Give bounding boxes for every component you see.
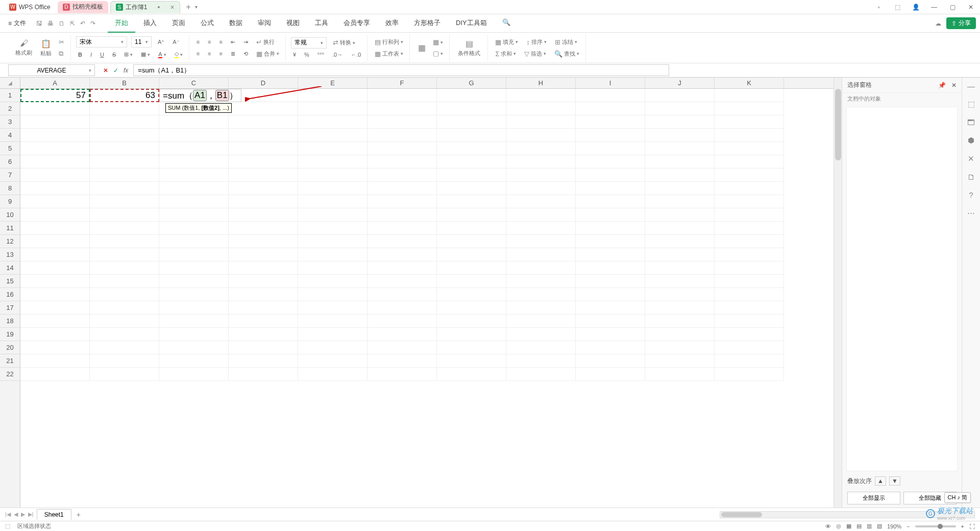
- view-normal-button[interactable]: ▦: [846, 523, 851, 529]
- zoom-level[interactable]: 190%: [887, 523, 901, 529]
- cell-j14[interactable]: [645, 261, 715, 275]
- strike-button[interactable]: S: [110, 51, 118, 59]
- font-name-select[interactable]: 宋体▾: [76, 36, 127, 47]
- cell-c1-editing[interactable]: =sum（ A1 ， B1 ）: [159, 89, 241, 102]
- cell-c20[interactable]: [159, 341, 229, 354]
- cell-c10[interactable]: [159, 208, 229, 222]
- underline-button[interactable]: U: [98, 51, 106, 59]
- align-center-button[interactable]: ≡: [206, 50, 213, 58]
- cell-j16[interactable]: [645, 288, 715, 301]
- cell-k15[interactable]: [715, 275, 784, 288]
- cell-j5[interactable]: [645, 142, 715, 155]
- cell-e5[interactable]: [298, 142, 368, 155]
- cell-d15[interactable]: [229, 275, 298, 288]
- cell-h22[interactable]: [506, 368, 576, 381]
- table-style-button[interactable]: ▦▾: [431, 37, 445, 47]
- export-icon[interactable]: ⇱: [70, 20, 75, 27]
- cell-h8[interactable]: [506, 182, 576, 195]
- format-painter-button[interactable]: 🖌格式刷: [12, 38, 35, 58]
- cell-i15[interactable]: [576, 275, 645, 288]
- cell-c17[interactable]: [159, 301, 229, 315]
- tab-menu-button[interactable]: ▾: [195, 4, 198, 10]
- pin-icon[interactable]: 📌: [938, 82, 946, 89]
- cell-d10[interactable]: [229, 208, 298, 222]
- cell-i11[interactable]: [576, 222, 645, 235]
- cell-a4[interactable]: [20, 129, 90, 142]
- orientation-button[interactable]: ⟲: [241, 50, 250, 58]
- cell-b6[interactable]: [90, 155, 159, 168]
- cell-j10[interactable]: [645, 208, 715, 222]
- cell-g19[interactable]: [437, 328, 506, 341]
- cell-b5[interactable]: [90, 142, 159, 155]
- copy-button[interactable]: ⧉: [57, 49, 66, 59]
- cell-g3[interactable]: [437, 115, 506, 129]
- scrollbar-thumb[interactable]: [835, 89, 841, 160]
- cell-b14[interactable]: [90, 261, 159, 275]
- cell-i1[interactable]: [576, 89, 645, 102]
- scrollbar-thumb[interactable]: [721, 512, 762, 517]
- cell-f20[interactable]: [368, 341, 437, 354]
- visibility-icon[interactable]: 👁: [825, 523, 831, 529]
- row-header-18[interactable]: 18: [0, 315, 20, 328]
- window-close-button[interactable]: ✕: [966, 2, 976, 12]
- fill-button[interactable]: ▦填充▾: [493, 37, 520, 47]
- vertical-scrollbar[interactable]: [834, 78, 842, 508]
- cell-f2[interactable]: [368, 102, 437, 115]
- cell-g1[interactable]: [437, 89, 506, 102]
- cell-i5[interactable]: [576, 142, 645, 155]
- cell-g9[interactable]: [437, 195, 506, 208]
- rowcol-button[interactable]: ▤行和列▾: [373, 37, 405, 47]
- align-bottom-button[interactable]: ≡: [217, 38, 225, 46]
- cell-i21[interactable]: [576, 354, 645, 368]
- cell-a1[interactable]: 57: [20, 89, 90, 102]
- cell-i12[interactable]: [576, 235, 645, 248]
- target-icon[interactable]: ◎: [836, 523, 841, 529]
- cell-c16[interactable]: [159, 288, 229, 301]
- zoom-slider[interactable]: [915, 525, 956, 527]
- comma-button[interactable]: °°°: [315, 51, 326, 59]
- cell-a16[interactable]: [20, 288, 90, 301]
- cell-d16[interactable]: [229, 288, 298, 301]
- cell-k12[interactable]: [715, 235, 784, 248]
- row-header-3[interactable]: 3: [0, 115, 20, 129]
- cell-a12[interactable]: [20, 235, 90, 248]
- find-button[interactable]: 🔍查找▾: [552, 49, 581, 59]
- cell-i18[interactable]: [576, 315, 645, 328]
- cell-b17[interactable]: [90, 301, 159, 315]
- fullscreen-icon[interactable]: ⛶: [969, 523, 975, 529]
- cell-k9[interactable]: [715, 195, 784, 208]
- cube-icon[interactable]: ⬚: [892, 2, 902, 12]
- tab-efficiency[interactable]: 效率: [378, 14, 406, 33]
- percent-button[interactable]: %: [302, 51, 311, 59]
- cell-a2[interactable]: [20, 102, 90, 115]
- highlight-button[interactable]: ◇▾: [173, 50, 185, 59]
- cell-a15[interactable]: [20, 275, 90, 288]
- cell-a17[interactable]: [20, 301, 90, 315]
- tab-tools[interactable]: 工具: [308, 14, 335, 33]
- cell-e3[interactable]: [298, 115, 368, 129]
- col-header-a[interactable]: A: [20, 78, 90, 88]
- save-icon[interactable]: 🖫: [36, 20, 42, 27]
- cell-f3[interactable]: [368, 115, 437, 129]
- cell-i6[interactable]: [576, 155, 645, 168]
- cell-d12[interactable]: [229, 235, 298, 248]
- cell-a13[interactable]: [20, 248, 90, 261]
- cell-f15[interactable]: [368, 275, 437, 288]
- row-header-5[interactable]: 5: [0, 142, 20, 155]
- cell-d4[interactable]: [229, 129, 298, 142]
- align-middle-button[interactable]: ≡: [206, 38, 213, 46]
- cell-f21[interactable]: [368, 354, 437, 368]
- cell-g10[interactable]: [437, 208, 506, 222]
- cell-f7[interactable]: [368, 168, 437, 182]
- align-left-button[interactable]: ≡: [194, 50, 202, 58]
- row-header-11[interactable]: 11: [0, 222, 20, 235]
- row-header-19[interactable]: 19: [0, 328, 20, 341]
- cell-b10[interactable]: [90, 208, 159, 222]
- bold-button[interactable]: B: [76, 51, 84, 59]
- cell-e12[interactable]: [298, 235, 368, 248]
- border-button[interactable]: ⊞▾: [122, 50, 135, 59]
- cell-e6[interactable]: [298, 155, 368, 168]
- cell-j2[interactable]: [645, 102, 715, 115]
- cell-d22[interactable]: [229, 368, 298, 381]
- tab-member[interactable]: 会员专享: [336, 14, 377, 33]
